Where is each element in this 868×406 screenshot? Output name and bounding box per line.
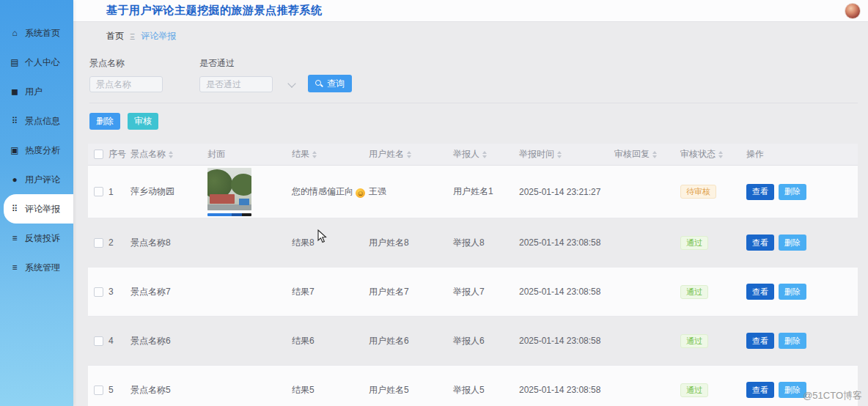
sidebar-item-label: 评论举报	[25, 203, 60, 215]
column-header-2: 景点名称	[130, 148, 207, 160]
query-button[interactable]: 查询	[308, 75, 352, 92]
list-icon: ≡	[10, 233, 20, 243]
row-select-cell	[88, 238, 108, 248]
user-avatar[interactable]	[845, 3, 861, 19]
pass-filter-select[interactable]	[199, 76, 273, 92]
row-delete-button[interactable]: 删除	[779, 235, 806, 251]
table-row: 1萍乡动物园您的情感偏正向☺王强用户姓名12025-01-14 23:21:27…	[88, 166, 858, 218]
cell-index: 2	[108, 237, 130, 248]
audit-button[interactable]: 审核	[128, 113, 158, 130]
row-select-cell	[88, 336, 108, 346]
sidebar-item-label: 用户	[25, 86, 43, 98]
breadcrumb-current: 评论举报	[141, 30, 176, 43]
row-checkbox[interactable]	[94, 336, 103, 346]
row-delete-button[interactable]: 删除	[779, 284, 806, 300]
sidebar: ⌂系统首页▤个人中心◼用户⠿景点信息▣热度分析●用户评论⠿评论举报≡反馈投诉≡系…	[0, 0, 73, 406]
sort-desc-icon	[312, 155, 317, 158]
sidebar-item-4[interactable]: ⠿景点信息	[0, 106, 73, 136]
cover-image-wrap	[207, 168, 292, 216]
column-header-0	[88, 150, 108, 159]
column-header-8: 审核回复	[614, 148, 680, 160]
cell-user-name: 用户姓名6	[369, 335, 453, 347]
cell-report-time: 2025-01-14 23:08:58	[519, 336, 614, 346]
sort-carets-icon[interactable]	[718, 151, 723, 158]
sidebar-item-7[interactable]: ⠿评论举报	[4, 194, 73, 224]
cell-report-time: 2025-01-14 23:08:58	[519, 385, 614, 395]
column-header-6: 举报人	[453, 148, 519, 160]
cell-audit-status: 通过	[680, 285, 746, 299]
sort-desc-icon	[652, 155, 657, 158]
sort-carets-icon[interactable]	[557, 151, 562, 158]
column-header-label: 举报人	[453, 148, 479, 160]
sidebar-item-5[interactable]: ▣热度分析	[0, 136, 73, 165]
select-all-checkbox[interactable]	[94, 150, 103, 159]
sort-asc-icon	[652, 151, 657, 154]
cell-spot-name: 景点名称5	[130, 384, 207, 396]
cell-report-time: 2025-01-14 23:21:27	[519, 187, 614, 197]
cover-progress-bar	[207, 213, 251, 216]
sidebar-item-2[interactable]: ▤个人中心	[0, 48, 73, 77]
cell-result: 您的情感偏正向☺	[292, 185, 369, 199]
column-header-3: 封面	[207, 148, 292, 160]
column-header-5: 用户姓名	[369, 148, 453, 160]
grid-icon: ⠿	[10, 204, 20, 214]
cell-report-time: 2025-01-14 23:08:58	[519, 287, 614, 297]
sort-carets-icon[interactable]	[482, 151, 487, 158]
sort-carets-icon[interactable]	[652, 151, 657, 158]
view-button[interactable]: 查看	[746, 333, 774, 349]
column-header-label: 序号	[108, 148, 126, 160]
delete-button[interactable]: 删除	[89, 113, 120, 130]
sidebar-item-3[interactable]: ◼用户	[0, 77, 73, 106]
top-header-bar: 基于用户评论主题挖掘的旅游景点推荐系统	[73, 0, 868, 22]
row-checkbox[interactable]	[94, 187, 103, 196]
view-button[interactable]: 查看	[746, 235, 774, 251]
chevron-down-icon[interactable]	[287, 79, 295, 87]
sidebar-item-label: 个人中心	[25, 56, 60, 69]
cell-spot-name: 萍乡动物园	[130, 185, 207, 198]
cell-index: 3	[108, 287, 130, 297]
view-button[interactable]: 查看	[746, 382, 774, 398]
cell-audit-status: 通过	[680, 236, 746, 250]
sort-carets-icon[interactable]	[312, 151, 317, 158]
view-button[interactable]: 查看	[746, 284, 774, 300]
row-checkbox[interactable]	[94, 385, 103, 395]
grid-icon: ⠿	[10, 116, 20, 126]
main-area: 基于用户评论主题挖掘的旅游景点推荐系统 首页 Ξ 评论举报 景点名称 是否通过 …	[73, 0, 868, 406]
sidebar-item-9[interactable]: ≡系统管理	[0, 253, 73, 282]
sort-asc-icon	[407, 151, 411, 154]
cell-spot-name: 景点名称6	[130, 335, 207, 347]
report-table: 序号景点名称封面结果用户姓名举报人举报时间审核回复审核状态操作1萍乡动物园您的情…	[88, 144, 858, 406]
sidebar-item-6[interactable]: ●用户评论	[0, 165, 73, 194]
cell-audit-status: 通过	[680, 383, 746, 397]
cover-t2-shape	[231, 174, 251, 196]
breadcrumb-home[interactable]: 首页	[106, 30, 124, 43]
sort-carets-icon[interactable]	[407, 151, 411, 158]
view-button[interactable]: 查看	[746, 184, 774, 200]
cell-reporter: 举报人8	[453, 237, 519, 249]
status-badge: 通过	[680, 334, 708, 348]
status-badge: 待审核	[680, 185, 716, 199]
breadcrumb-separator-icon: Ξ	[130, 32, 135, 41]
table-row: 3景点名称7结果7用户姓名7举报人72025-01-14 23:08:58通过查…	[88, 267, 858, 317]
cover-image[interactable]	[207, 168, 251, 210]
cell-spot-name: 景点名称7	[130, 286, 207, 298]
row-delete-button[interactable]: 删除	[779, 333, 806, 349]
sidebar-item-8[interactable]: ≡反馈投诉	[0, 224, 73, 253]
sidebar-item-label: 景点信息	[25, 115, 60, 128]
spot-name-label: 景点名称	[89, 57, 163, 70]
sidebar-item-1[interactable]: ⌂系统首页	[0, 18, 73, 48]
cell-actions: 查看删除	[746, 284, 858, 300]
row-delete-button[interactable]: 删除	[779, 184, 806, 200]
row-checkbox[interactable]	[94, 238, 103, 248]
column-header-10: 操作	[746, 148, 858, 160]
sort-carets-icon[interactable]	[169, 151, 173, 158]
pass-filter-label: 是否通过	[199, 57, 273, 70]
sort-desc-icon	[407, 155, 411, 158]
sidebar-item-label: 系统管理	[25, 262, 60, 274]
table-toolbar: 删除 审核	[89, 113, 858, 130]
sort-asc-icon	[718, 151, 723, 154]
cell-cover	[207, 168, 292, 216]
row-checkbox[interactable]	[94, 287, 103, 297]
cell-actions: 查看删除	[746, 184, 858, 200]
spot-name-input[interactable]	[89, 76, 163, 92]
